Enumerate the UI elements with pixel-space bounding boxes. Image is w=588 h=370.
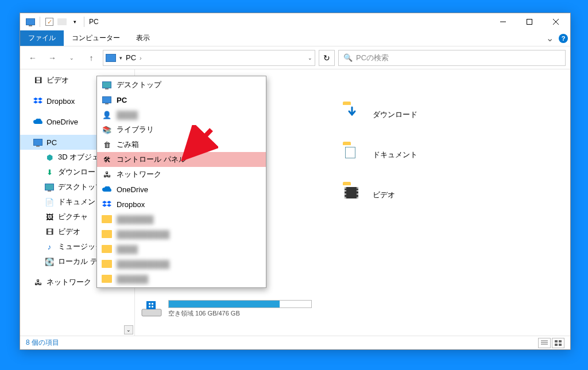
icons-view-button[interactable] (552, 338, 564, 348)
onedrive-icon (102, 184, 112, 194)
ribbon: ファイル コンピューター 表示 ⌄ ? (20, 30, 570, 46)
search-icon: 🔍 (343, 53, 353, 62)
maximize-button[interactable] (516, 13, 543, 30)
svg-rect-5 (146, 301, 156, 309)
folder-videos[interactable]: ビデオ (342, 184, 395, 206)
dropdown-item-folder[interactable]: ██████████ (97, 256, 266, 271)
svg-rect-7 (152, 303, 153, 305)
navbar: ← → ⌄ ↑ ▾ PC › ⌄ ↻ 🔍 PCの検索 (20, 46, 570, 69)
pc-icon (102, 95, 112, 105)
window-title: PC (89, 18, 99, 26)
video-icon: 🎞 (44, 227, 55, 237)
separator (84, 17, 84, 27)
svg-rect-1 (527, 20, 532, 25)
download-icon: ⬇ (44, 167, 55, 177)
dropdown-item-desktop[interactable]: デスクトップ (97, 77, 266, 92)
item-count: 8 個の項目 (26, 338, 59, 348)
address-bar[interactable]: ▾ PC › ⌄ (103, 50, 315, 66)
folder-icon (342, 184, 366, 206)
pc-icon (106, 54, 116, 62)
app-icon (25, 16, 36, 28)
recent-chevron-icon[interactable]: ⌄ (64, 50, 80, 66)
qat-chevron-icon[interactable]: ▾ (69, 16, 80, 28)
dropdown-item-onedrive[interactable]: OneDrive (97, 182, 266, 197)
drive-item[interactable]: 空き領域 106 GB/476 GB (141, 300, 312, 318)
dropdown-item-user[interactable]: 👤████ (97, 107, 266, 122)
sidebar-scroll-down-icon[interactable]: ⌄ (124, 325, 133, 334)
user-icon: 👤 (102, 110, 112, 120)
folder-icon (102, 214, 112, 224)
dropdown-item-folder[interactable]: ████ (97, 242, 266, 256)
dropdown-item-folder[interactable]: ███████ (97, 212, 266, 227)
svg-rect-15 (555, 344, 558, 346)
svg-rect-16 (559, 344, 562, 346)
forward-button[interactable]: → (44, 50, 60, 66)
dropdown-item-folder[interactable]: ██████ (97, 271, 266, 286)
folder-icon (342, 144, 366, 166)
network-icon: 🖧 (33, 277, 43, 287)
dropdown-item-libraries[interactable]: 📚ライブラリ (97, 122, 266, 137)
folder-documents[interactable]: ドキュメント (342, 144, 417, 166)
pc-icon (33, 137, 43, 147)
details-view-button[interactable] (538, 338, 551, 348)
properties-qat-icon[interactable]: ✓ (44, 16, 55, 28)
svg-rect-9 (152, 306, 153, 307)
search-placeholder: PCの検索 (356, 53, 389, 63)
dropbox-icon (102, 199, 112, 209)
video-icon: 🎞 (33, 75, 43, 85)
separator (40, 17, 40, 27)
desktop-icon (102, 80, 112, 90)
search-box[interactable]: 🔍 PCの検索 (338, 50, 566, 66)
drive-icon (141, 300, 163, 317)
folder-icon (102, 244, 112, 254)
breadcrumb-pc[interactable]: PC (126, 53, 136, 62)
picture-icon: 🖼 (44, 212, 55, 222)
minimize-button[interactable] (490, 13, 516, 30)
back-button[interactable]: ← (25, 50, 41, 66)
folder-icon (102, 259, 112, 269)
help-button[interactable]: ? (556, 30, 570, 46)
trash-icon: 🗑 (102, 139, 112, 150)
folder-icon (102, 274, 112, 284)
controlpanel-icon: 🛠 (102, 154, 112, 165)
svg-rect-6 (149, 303, 150, 305)
svg-rect-14 (559, 340, 562, 342)
dropdown-item-dropbox[interactable]: Dropbox (97, 197, 266, 212)
dropdown-item-controlpanel[interactable]: 🛠コントロール パネル (97, 152, 266, 167)
svg-rect-8 (149, 306, 150, 307)
address-dropdown-menu: デスクトップ PC 👤████ 📚ライブラリ 🗑ごみ箱 🛠コントロール パネル … (96, 76, 266, 288)
file-tab[interactable]: ファイル (20, 30, 64, 46)
ribbon-collapse-icon[interactable]: ⌄ (543, 30, 556, 46)
svg-rect-13 (555, 340, 558, 342)
dropdown-item-folder[interactable]: ██████████ (97, 227, 266, 242)
3d-icon: ⬢ (44, 152, 55, 162)
titlebar: ✓ ▾ PC (20, 13, 570, 30)
statusbar: 8 個の項目 (20, 336, 570, 349)
drive-usage-bar (168, 300, 312, 308)
address-history-icon[interactable]: ⌄ (308, 55, 312, 61)
folder-downloads[interactable]: ダウンロード (342, 104, 417, 126)
dropdown-item-network[interactable]: 🖧ネットワーク (97, 167, 266, 182)
view-tab[interactable]: 表示 (128, 30, 158, 46)
library-icon: 📚 (102, 124, 112, 135)
address-dropdown-icon[interactable]: ▾ (119, 55, 122, 61)
newfolder-qat-icon[interactable] (56, 16, 68, 28)
svg-rect-4 (142, 309, 161, 316)
onedrive-icon (33, 116, 43, 127)
close-button[interactable] (543, 13, 569, 30)
computer-tab[interactable]: コンピューター (64, 30, 128, 46)
document-icon: 📄 (44, 197, 55, 207)
network-icon: 🖧 (102, 169, 112, 180)
dropbox-icon (33, 96, 43, 106)
music-icon: ♪ (44, 242, 55, 252)
desktop-icon (44, 182, 55, 192)
disk-icon: 💽 (44, 256, 55, 267)
folder-icon (102, 229, 112, 239)
breadcrumb-sep-icon[interactable]: › (140, 54, 142, 61)
drive-free-text: 空き領域 106 GB/476 GB (168, 309, 312, 318)
folder-icon (342, 104, 366, 126)
dropdown-item-pc[interactable]: PC (97, 92, 266, 107)
refresh-button[interactable]: ↻ (319, 50, 335, 66)
up-button[interactable]: ↑ (83, 50, 99, 66)
dropdown-item-recyclebin[interactable]: 🗑ごみ箱 (97, 137, 266, 152)
